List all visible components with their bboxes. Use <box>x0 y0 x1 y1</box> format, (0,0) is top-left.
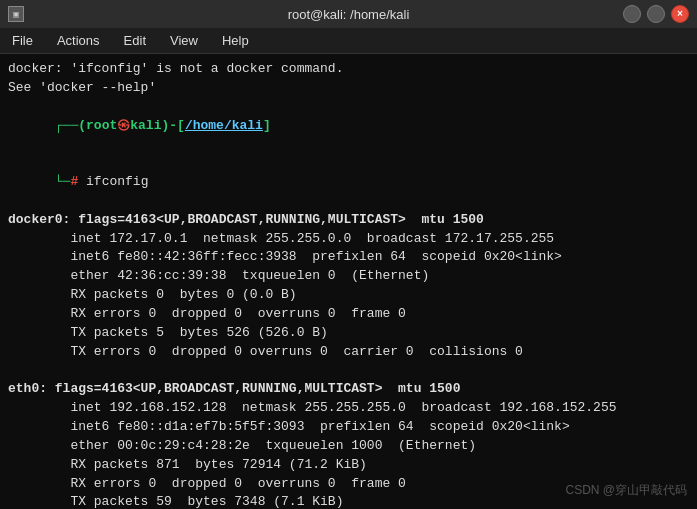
minimize-button[interactable] <box>623 5 641 23</box>
docker0-rx: RX packets 0 bytes 0 (0.0 B) <box>8 286 689 305</box>
menubar: File Actions Edit View Help <box>0 28 697 54</box>
command-line: └─# ifconfig <box>8 154 689 211</box>
docker0-header: docker0: flags=4163<UP,BROADCAST,RUNNING… <box>8 211 689 230</box>
blank-1 <box>8 362 689 381</box>
eth0-ether: ether 00:0c:29:c4:28:2e txqueuelen 1000 … <box>8 437 689 456</box>
titlebar-left: ▣ <box>8 6 24 22</box>
watermark: CSDN @穿山甲敲代码 <box>565 482 687 499</box>
docker0-tx-err: TX errors 0 dropped 0 overruns 0 carrier… <box>8 343 689 362</box>
docker0-ether: ether 42:36:cc:39:38 txqueuelen 0 (Ether… <box>8 267 689 286</box>
eth0-header: eth0: flags=4163<UP,BROADCAST,RUNNING,MU… <box>8 380 689 399</box>
docker0-rx-err: RX errors 0 dropped 0 overruns 0 frame 0 <box>8 305 689 324</box>
terminal-window: ▣ root@kali: /home/kali × File Actions E… <box>0 0 697 509</box>
eth0-inet: inet 192.168.152.128 netmask 255.255.255… <box>8 399 689 418</box>
docker0-tx: TX packets 5 bytes 526 (526.0 B) <box>8 324 689 343</box>
eth0-rx: RX packets 871 bytes 72914 (71.2 KiB) <box>8 456 689 475</box>
output-line-1: docker: 'ifconfig' is not a docker comma… <box>8 60 689 79</box>
prompt-line: ┌──(root㉿kali)-[/home/kali] <box>8 98 689 155</box>
prompt-user: ┌──( <box>55 118 86 133</box>
menu-edit[interactable]: Edit <box>120 31 150 50</box>
window-icon: ▣ <box>8 6 24 22</box>
close-button[interactable]: × <box>671 5 689 23</box>
titlebar-controls[interactable]: × <box>623 5 689 23</box>
menu-actions[interactable]: Actions <box>53 31 104 50</box>
docker0-inet: inet 172.17.0.1 netmask 255.255.0.0 broa… <box>8 230 689 249</box>
titlebar: ▣ root@kali: /home/kali × <box>0 0 697 28</box>
maximize-button[interactable] <box>647 5 665 23</box>
menu-file[interactable]: File <box>8 31 37 50</box>
eth0-inet6: inet6 fe80::d1a:ef7b:5f5f:3093 prefixlen… <box>8 418 689 437</box>
terminal-body[interactable]: docker: 'ifconfig' is not a docker comma… <box>0 54 697 509</box>
menu-help[interactable]: Help <box>218 31 253 50</box>
docker0-inet6: inet6 fe80::42:36ff:fecc:3938 prefixlen … <box>8 248 689 267</box>
output-line-2: See 'docker --help' <box>8 79 689 98</box>
menu-view[interactable]: View <box>166 31 202 50</box>
titlebar-title: root@kali: /home/kali <box>288 7 410 22</box>
